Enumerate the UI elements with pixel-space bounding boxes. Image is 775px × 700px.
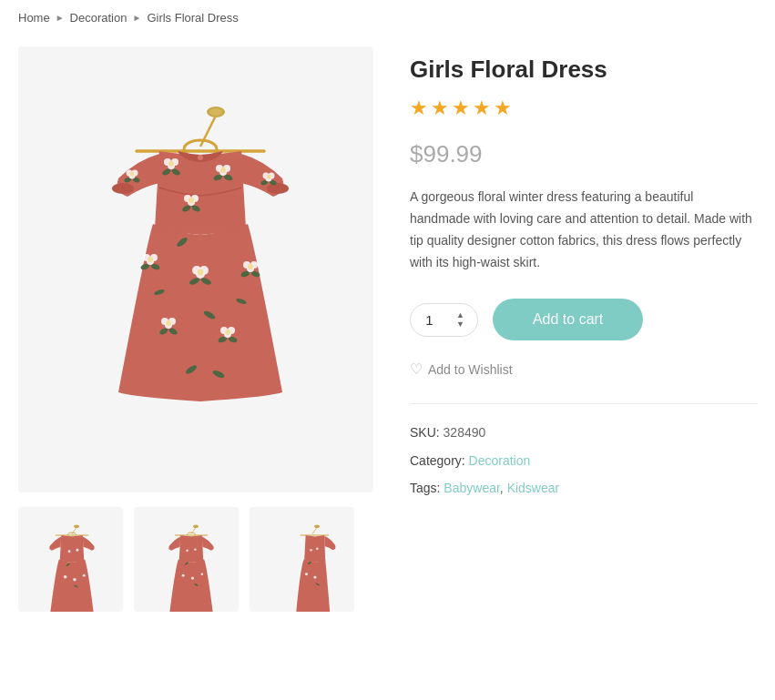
- svg-point-56: [225, 330, 230, 335]
- breadcrumb-arrow-1: ►: [56, 13, 65, 23]
- svg-point-8: [198, 155, 203, 160]
- product-description: A gorgeous floral winter dress featuring…: [410, 187, 757, 273]
- breadcrumb-current: Girls Floral Dress: [147, 11, 238, 25]
- breadcrumb: Home ► Decoration ► Girls Floral Dress: [18, 11, 757, 25]
- category-label: Category:: [410, 453, 465, 468]
- thumbnail-row: [18, 507, 373, 612]
- svg-point-93: [194, 548, 196, 550]
- add-to-cart-button[interactable]: Add to cart: [493, 299, 643, 340]
- svg-point-26: [189, 198, 194, 203]
- sku-number: 328490: [444, 425, 486, 440]
- svg-point-92: [186, 550, 188, 552]
- tag-kidswear-link[interactable]: Kidswear: [507, 481, 560, 495]
- breadcrumb-decoration[interactable]: Decoration: [70, 11, 127, 25]
- main-product-image: [18, 46, 373, 492]
- wishlist-row: ♡ Add to Wishlist: [410, 360, 757, 378]
- svg-point-83: [73, 578, 76, 582]
- divider: [410, 403, 757, 404]
- svg-point-7: [267, 183, 289, 194]
- svg-point-38: [198, 269, 204, 276]
- category-row: Category: Decoration: [410, 451, 757, 471]
- svg-point-62: [130, 172, 135, 177]
- star-1: ★: [410, 96, 428, 120]
- stars-rating: ★ ★ ★ ★ ★: [410, 96, 757, 120]
- svg-point-32: [148, 257, 153, 262]
- svg-point-96: [201, 573, 203, 575]
- sku-label: SKU:: [410, 425, 440, 440]
- product-info: Girls Floral Dress ★ ★ ★ ★ ★ $99.99 A go…: [410, 46, 757, 506]
- star-2: ★: [431, 96, 449, 120]
- heart-icon: ♡: [410, 360, 423, 378]
- thumbnail-3[interactable]: [250, 507, 354, 612]
- svg-point-105: [305, 573, 308, 575]
- svg-point-14: [168, 161, 174, 167]
- quantity-up-button[interactable]: ▲: [456, 311, 464, 320]
- wishlist-label: Add to Wishlist: [428, 362, 513, 377]
- tags-row: Tags: Babywear, Kidswear: [410, 478, 757, 498]
- svg-point-82: [64, 575, 67, 579]
- breadcrumb-arrow-2: ►: [132, 13, 141, 23]
- svg-point-84: [83, 574, 86, 577]
- svg-point-103: [310, 549, 311, 551]
- star-3: ★: [452, 96, 470, 120]
- svg-point-106: [313, 576, 316, 579]
- svg-point-68: [267, 175, 271, 179]
- wishlist-button[interactable]: ♡ Add to Wishlist: [410, 360, 513, 378]
- product-title: Girls Floral Dress: [410, 56, 757, 84]
- tags-label: Tags:: [410, 481, 440, 495]
- svg-point-95: [191, 577, 194, 580]
- breadcrumb-home[interactable]: Home: [18, 11, 50, 25]
- thumbnail-1[interactable]: [18, 507, 123, 612]
- svg-point-81: [76, 549, 78, 552]
- category-value-link[interactable]: Decoration: [469, 453, 531, 468]
- svg-point-80: [68, 550, 71, 553]
- quantity-input[interactable]: [423, 312, 449, 328]
- cart-row: ▲ ▼ Add to cart: [410, 299, 757, 340]
- star-4: ★: [473, 96, 491, 120]
- svg-point-2: [209, 108, 222, 116]
- svg-point-6: [112, 183, 134, 194]
- main-image-container: [18, 46, 373, 492]
- thumbnail-2[interactable]: [134, 507, 239, 612]
- product-images: [18, 46, 373, 612]
- product-layout: Girls Floral Dress ★ ★ ★ ★ ★ $99.99 A go…: [18, 46, 757, 612]
- tag-babywear-link[interactable]: Babywear: [444, 481, 499, 495]
- svg-point-44: [248, 264, 253, 269]
- star-5: ★: [494, 96, 512, 120]
- svg-point-50: [166, 320, 171, 326]
- svg-point-104: [316, 548, 318, 550]
- page-wrapper: Home ► Decoration ► Girls Floral Dress: [0, 0, 775, 639]
- sku-row: SKU: 328490: [410, 422, 757, 442]
- svg-point-94: [182, 574, 185, 577]
- product-price: $99.99: [410, 140, 757, 168]
- quantity-arrows: ▲ ▼: [456, 311, 464, 329]
- svg-point-20: [220, 167, 226, 173]
- quantity-down-button[interactable]: ▼: [456, 320, 464, 329]
- quantity-control[interactable]: ▲ ▼: [410, 303, 478, 337]
- tag-separator: ,: [500, 481, 507, 495]
